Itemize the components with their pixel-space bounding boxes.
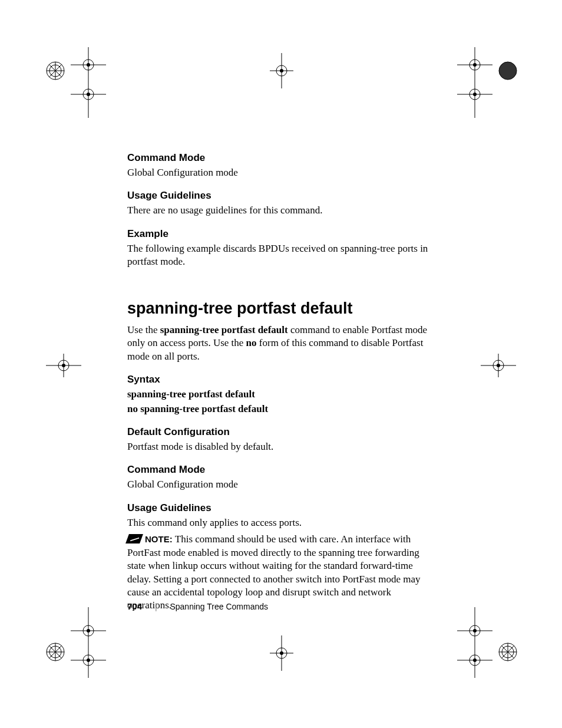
text-command-mode-2: Global Configuration mode <box>127 478 434 491</box>
svg-point-15 <box>497 364 500 367</box>
syntax-line-1: spanning-tree portfast default <box>127 388 434 401</box>
register-mark-icon <box>481 354 516 377</box>
heading-main: spanning-tree portfast default <box>127 299 434 318</box>
note-icon <box>125 534 143 543</box>
svg-point-40 <box>87 629 90 633</box>
svg-point-7 <box>280 651 283 655</box>
text-command-mode-1: Global Configuration mode <box>127 166 434 179</box>
globe-mark-icon <box>46 61 65 80</box>
heading-example: Example <box>127 228 434 240</box>
text-usage-1: There are no usage guidelines for this c… <box>127 204 434 217</box>
svg-point-22 <box>87 93 90 96</box>
page-footer: 704 | Spanning Tree Commands <box>127 601 268 611</box>
heading-usage-1: Usage Guidelines <box>127 190 434 202</box>
heading-command-mode-2: Command Mode <box>127 464 434 476</box>
text-example: The following example discards BPDUs rec… <box>127 242 434 269</box>
register-mark-icon <box>46 354 81 377</box>
register-mark-icon <box>71 47 106 118</box>
svg-point-36 <box>499 62 517 80</box>
page-content: Command Mode Global Configuration mode U… <box>127 152 434 612</box>
globe-mark-icon <box>498 61 517 80</box>
svg-point-35 <box>473 93 477 96</box>
globe-mark-icon <box>498 643 517 661</box>
register-mark-icon <box>270 53 293 88</box>
svg-point-32 <box>473 63 477 67</box>
syntax-line-2: no spanning-tree portfast default <box>127 403 434 416</box>
svg-point-3 <box>280 69 283 73</box>
heading-usage-2: Usage Guidelines <box>127 502 434 514</box>
register-mark-icon <box>457 47 492 118</box>
note-block: NOTE: This command should be used with c… <box>127 533 434 612</box>
svg-point-43 <box>87 658 90 662</box>
heading-command-mode-1: Command Mode <box>127 152 434 164</box>
svg-point-19 <box>87 63 90 67</box>
footer-divider: | <box>155 602 157 611</box>
text-default-config: Portfast mode is disabled by default. <box>127 440 434 453</box>
note-label: NOTE: <box>145 534 175 544</box>
heading-syntax: Syntax <box>127 374 434 386</box>
svg-point-11 <box>62 364 65 367</box>
register-mark-icon <box>270 635 293 671</box>
note-text: This command should be used with care. A… <box>127 533 420 611</box>
register-mark-icon <box>71 607 106 678</box>
register-mark-icon <box>457 607 492 678</box>
chapter-title: Spanning Tree Commands <box>170 602 268 611</box>
text-usage-2: This command only applies to access port… <box>127 516 434 529</box>
page-number: 704 <box>127 601 142 611</box>
globe-mark-icon <box>46 643 65 661</box>
svg-point-56 <box>473 658 477 662</box>
svg-point-53 <box>473 629 477 633</box>
text-main-intro: Use the spanning-tree portfast default c… <box>127 324 434 363</box>
heading-default-config: Default Configuration <box>127 426 434 438</box>
